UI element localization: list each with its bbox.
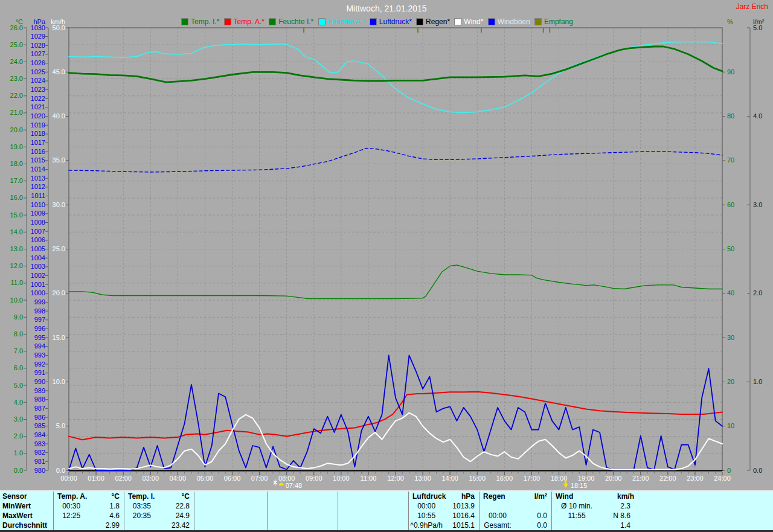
stats-value-time — [194, 511, 231, 521]
stats-cell-temp-i: Temp. I.°C — [124, 492, 194, 501]
stats-cell-regen — [479, 501, 551, 511]
legend-swatch-icon — [319, 19, 325, 25]
tick-label: 0 — [727, 467, 731, 474]
stats-cell-temp-i: 03:3522.8 — [124, 501, 194, 511]
sunset-time: 18:15 — [571, 482, 588, 489]
stats-value-time — [338, 501, 373, 511]
tick-label: 1007 — [31, 228, 45, 235]
stats-cell-temp-a: Temp. A.°C — [53, 492, 124, 501]
x-tick-label: 12:00 — [387, 475, 404, 482]
stats-cell-empty-2 — [267, 492, 338, 501]
tick-label: 5.0 — [56, 422, 65, 429]
tick-label: 25.0 — [10, 41, 23, 48]
stats-value-time — [268, 501, 303, 511]
tick-label: 984 — [34, 431, 45, 438]
x-tick-label: 19:00 — [578, 475, 595, 482]
stats-value-time — [194, 521, 231, 530]
legend-label: Regen* — [426, 18, 450, 26]
legend-label: Empfang — [544, 18, 573, 26]
stats-value — [233, 492, 267, 501]
x-tick-label: 20:00 — [605, 475, 622, 482]
tick-label: 990 — [34, 378, 45, 385]
stats-cell-regen: Gesamt:0.0 — [479, 521, 551, 530]
stats-row-sensor: SensorTemp. A.°CTemp. I.°CLuftdruckhPaRe… — [0, 492, 773, 501]
stats-value-time: 00:00 — [480, 511, 516, 521]
tick-label: 982 — [34, 449, 45, 456]
stats-value: 2.3 — [601, 501, 635, 511]
tick-label: 24.0 — [10, 58, 23, 65]
legend-label: Temp. I.* — [191, 18, 219, 26]
tick-label: 986 — [34, 414, 45, 421]
tick-label: 1027 — [31, 50, 45, 57]
tick-label: 1011 — [31, 192, 45, 199]
tick-label: 17.0 — [10, 177, 23, 184]
tick-label: 1005 — [31, 245, 45, 252]
sunrise-time: 07:48 — [286, 482, 303, 489]
stats-cell-regen: 00:000.0 — [479, 511, 551, 521]
stats-value-time: 10:55 — [409, 511, 444, 521]
tick-label: 1026 — [31, 59, 45, 66]
tick-label: 7.0 — [14, 347, 23, 354]
tick-label: 80 — [727, 112, 734, 120]
legend-swatch-icon — [417, 19, 423, 25]
tick-label: 60 — [727, 201, 734, 208]
stats-value-time: Regen — [480, 492, 518, 501]
stats-value — [303, 521, 338, 530]
tick-label: 1021 — [31, 103, 45, 111]
tick-label: 8.0 — [14, 330, 23, 338]
stats-value-time — [268, 492, 304, 501]
stats-value-time — [268, 521, 303, 530]
tick-label: 23.0 — [10, 75, 23, 82]
stats-cell-luftdruck: LuftdruckhPa — [408, 492, 479, 501]
tick-label: 16.0 — [10, 194, 23, 201]
stats-value: l/m² — [518, 492, 551, 501]
stats-value: 1015.1 — [444, 521, 479, 530]
sunset-icon — [563, 484, 568, 488]
tick-label: 9.0 — [14, 313, 23, 321]
tick-label: 1016 — [31, 148, 45, 155]
stats-value: hPa — [446, 492, 479, 501]
stats-value-time — [480, 501, 516, 511]
x-tick-label: 10:00 — [333, 475, 350, 482]
tick-label: 981 — [34, 458, 45, 465]
stats-value — [304, 492, 338, 501]
tick-label: 1017 — [31, 139, 45, 146]
stats-value — [303, 501, 338, 511]
legend-item-temp-i: Temp. I.* — [182, 18, 219, 26]
legend-label: Feuchte I.* — [278, 18, 313, 26]
tick-label: 13.0 — [10, 245, 23, 252]
tick-label: 989 — [34, 387, 45, 394]
tick-label: 11.0 — [10, 279, 23, 286]
stats-value: 1.4 — [601, 521, 635, 530]
stats-table: SensorTemp. A.°CTemp. I.°CLuftdruckhPaRe… — [0, 490, 773, 532]
stats-value-time — [54, 521, 89, 530]
stats-value: 0.0 — [516, 521, 551, 530]
tick-label: 1010 — [31, 201, 45, 208]
x-tick-label: 04:00 — [170, 475, 187, 482]
tick-label: 1025 — [31, 68, 45, 75]
stats-value — [231, 511, 267, 521]
stats-cell-regen: Regenl/m² — [479, 492, 551, 501]
tick-label: 1.0 — [14, 449, 23, 457]
tick-label: 10 — [727, 422, 734, 429]
station-name: Jarz Erich — [736, 2, 768, 11]
stats-row-label: MinWert — [0, 501, 53, 511]
stats-cell-luftdruck: 10:551016.4 — [408, 511, 479, 521]
tick-label: 90 — [727, 68, 734, 75]
stats-value: 22.8 — [159, 501, 194, 511]
x-tick-label: 13:00 — [414, 475, 431, 482]
tick-label: 3.0 — [14, 415, 23, 423]
tick-label: 10.0 — [53, 378, 65, 385]
tick-label: 1013 — [31, 175, 45, 182]
stats-cell-empty-3 — [338, 521, 408, 530]
x-tick-label: 09:00 — [306, 475, 322, 482]
legend-swatch-icon — [455, 19, 461, 25]
stats-value: N 8.6 — [601, 511, 635, 521]
tick-label: 6.0 — [14, 364, 23, 371]
x-tick-label: 11:00 — [361, 475, 377, 482]
stats-cell-temp-a: 12:254.6 — [53, 511, 124, 521]
x-tick-label: 07:00 — [251, 475, 268, 482]
stats-cell-temp-a: 2.99 — [53, 521, 124, 530]
stats-value: 1.8 — [89, 501, 124, 511]
tick-label: 45.0 — [53, 68, 65, 75]
